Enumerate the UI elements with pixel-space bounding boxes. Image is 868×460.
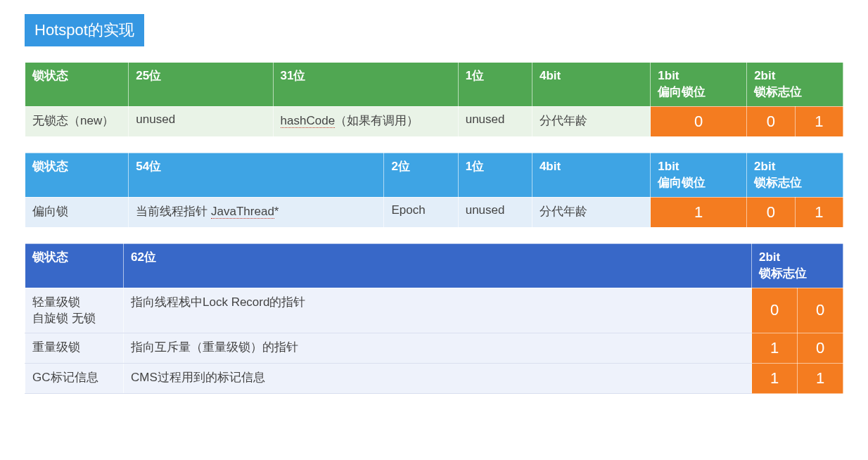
table-unlocked: 锁状态 25位 31位 1位 4bit 1bit 偏向锁位 2bit 锁标志位 … <box>25 62 843 137</box>
col-25bit: 25位 <box>129 63 273 107</box>
cell-4bit: 分代年龄 <box>532 106 650 136</box>
table-heavy-locks: 锁状态 62位 2bit 锁标志位 轻量级锁 自旋锁 无锁 指向线程栈中Lock… <box>25 243 843 394</box>
cell-flag-bit-2: 1 <box>795 106 843 136</box>
col-4bit: 4bit <box>532 153 650 197</box>
cell-flag-bit-1: 0 <box>747 106 795 136</box>
cell-4bit: 分代年龄 <box>532 197 650 227</box>
table-header-row: 锁状态 54位 2位 1位 4bit 1bit 偏向锁位 2bit 锁标志位 <box>25 153 843 197</box>
cell-25bit: unused <box>129 106 273 136</box>
cell-bias-bit: 0 <box>651 106 747 136</box>
cell-flag-bit-1: 0 <box>747 197 795 227</box>
cell-desc: 指向线程栈中Lock Record的指针 <box>124 288 752 333</box>
col-flag-bits: 2bit 锁标志位 <box>747 153 843 197</box>
col-lock-state: 锁状态 <box>25 153 129 197</box>
col-62bit: 62位 <box>124 243 752 288</box>
col-4bit: 4bit <box>532 63 650 107</box>
cell-flag-bit-1: 0 <box>752 288 798 333</box>
cell-flag-bit-1: 1 <box>752 333 798 364</box>
page-title: Hotspot的实现 <box>25 14 144 46</box>
col-lock-state: 锁状态 <box>25 63 129 107</box>
cell-1bit: unused <box>458 197 532 227</box>
cell-flag-bit-2: 0 <box>798 288 843 333</box>
col-54bit: 54位 <box>129 153 384 197</box>
cell-54bit: 当前线程指针 JavaThread* <box>129 197 384 227</box>
col-flag-bits: 2bit 锁标志位 <box>752 243 843 288</box>
cell-1bit: unused <box>458 106 532 136</box>
table-row: 重量级锁 指向互斥量（重量级锁）的指针 1 0 <box>25 333 843 364</box>
cell-state: 偏向锁 <box>25 197 129 227</box>
col-bias-bit: 1bit 偏向锁位 <box>651 63 747 107</box>
table-row: GC标记信息 CMS过程用到的标记信息 1 1 <box>25 364 843 394</box>
col-31bit: 31位 <box>273 63 458 107</box>
col-2bit: 2位 <box>384 153 458 197</box>
col-bias-bit: 1bit 偏向锁位 <box>651 153 747 197</box>
col-lock-state: 锁状态 <box>25 243 124 288</box>
table-header-row: 锁状态 25位 31位 1位 4bit 1bit 偏向锁位 2bit 锁标志位 <box>25 63 843 107</box>
cell-bias-bit: 1 <box>651 197 747 227</box>
table-biased-lock: 锁状态 54位 2位 1位 4bit 1bit 偏向锁位 2bit 锁标志位 偏… <box>25 153 843 228</box>
cell-flag-bit-1: 1 <box>752 364 798 394</box>
col-1bit: 1位 <box>458 153 532 197</box>
cell-state: 重量级锁 <box>25 333 124 364</box>
table-row: 轻量级锁 自旋锁 无锁 指向线程栈中Lock Record的指针 0 0 <box>25 288 843 333</box>
table-row: 偏向锁 当前线程指针 JavaThread* Epoch unused 分代年龄… <box>25 197 843 227</box>
cell-state: 轻量级锁 自旋锁 无锁 <box>25 288 124 333</box>
cell-31bit: hashCode（如果有调用） <box>273 106 458 136</box>
table-row: 无锁态（new） unused hashCode（如果有调用） unused 分… <box>25 106 843 136</box>
cell-2bit: Epoch <box>384 197 458 227</box>
cell-desc: CMS过程用到的标记信息 <box>124 364 752 394</box>
col-flag-bits: 2bit 锁标志位 <box>747 63 843 107</box>
cell-flag-bit-2: 0 <box>798 333 843 364</box>
cell-flag-bit-2: 1 <box>795 197 843 227</box>
cell-desc: 指向互斥量（重量级锁）的指针 <box>124 333 752 364</box>
cell-state: 无锁态（new） <box>25 106 129 136</box>
table-header-row: 锁状态 62位 2bit 锁标志位 <box>25 243 843 288</box>
cell-flag-bit-2: 1 <box>798 364 843 394</box>
cell-state: GC标记信息 <box>25 364 124 394</box>
col-1bit: 1位 <box>458 63 532 107</box>
